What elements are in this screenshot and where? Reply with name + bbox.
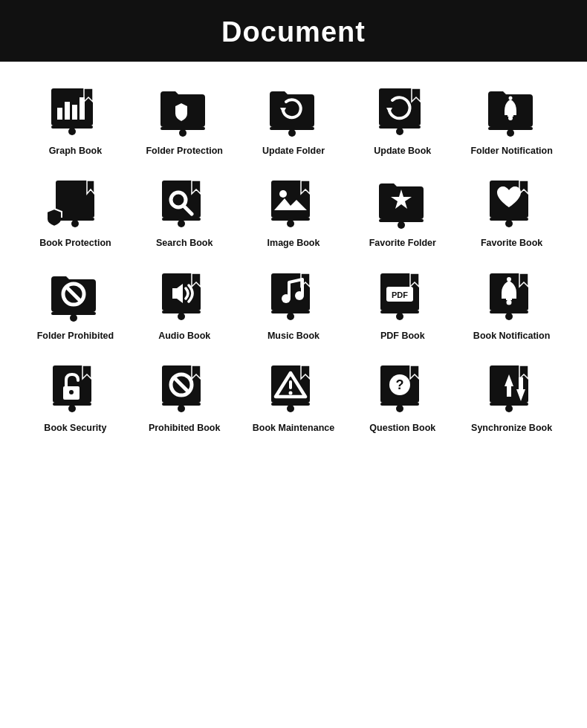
folder-notification-icon (482, 81, 542, 140)
svg-rect-104 (519, 377, 523, 391)
svg-point-45 (505, 220, 513, 227)
prohibited-book-icon (155, 358, 214, 417)
audio-book-label: Audio Book (158, 330, 210, 342)
favorite-book-label: Favorite Book (481, 237, 542, 249)
icon-cell-favorite-folder: Favorite Folder (349, 167, 455, 252)
book-maintenance-icon (264, 358, 323, 417)
book-security-label: Book Security (44, 422, 106, 434)
search-book-icon (155, 173, 214, 233)
svg-point-35 (279, 190, 287, 198)
folder-notification-label: Folder Notification (470, 145, 552, 157)
svg-point-79 (68, 405, 76, 412)
svg-text:?: ? (395, 377, 403, 392)
graph-book-icon (45, 81, 105, 140)
svg-point-20 (508, 97, 512, 100)
folder-protection-icon (155, 81, 214, 140)
svg-rect-3 (65, 102, 70, 120)
svg-point-19 (508, 116, 513, 120)
book-protection-icon (45, 173, 105, 233)
icon-cell-book-protection: Book Protection (22, 167, 129, 252)
update-book-icon (373, 81, 432, 140)
header: Document (0, 0, 587, 62)
svg-point-73 (505, 313, 513, 320)
icon-cell-synchronize-book: Synchronize Book (458, 352, 565, 437)
icon-grid: Graph Book Folder Protection Update Fold (0, 62, 587, 455)
favorite-folder-icon (373, 173, 432, 233)
icon-cell-folder-notification: Folder Notification (458, 75, 565, 160)
svg-rect-69 (506, 297, 512, 300)
icon-cell-book-security: Book Security (22, 352, 129, 437)
search-book-label: Search Book (156, 237, 213, 249)
music-book-icon (264, 266, 323, 325)
audio-book-icon (155, 266, 214, 325)
book-protection-label: Book Protection (39, 237, 111, 249)
svg-point-26 (71, 220, 79, 227)
svg-point-38 (287, 220, 294, 227)
svg-point-17 (396, 128, 403, 135)
svg-point-32 (178, 220, 185, 227)
icon-cell-graph-book: Graph Book (22, 75, 129, 160)
svg-point-22 (507, 129, 514, 137)
icon-cell-folder-protection: Folder Protection (132, 75, 238, 160)
svg-text:PDF: PDF (392, 290, 408, 299)
svg-point-98 (396, 405, 403, 412)
question-book-label: Question Book (369, 422, 435, 434)
update-book-label: Update Book (374, 145, 431, 157)
icon-cell-search-book: Search Book (132, 167, 238, 252)
icon-cell-favorite-book: Favorite Book (458, 167, 565, 252)
svg-point-85 (178, 405, 185, 412)
icon-cell-pdf-book: PDF PDF Book (349, 260, 455, 345)
icon-cell-book-maintenance: Book Maintenance (241, 352, 347, 437)
book-security-icon (45, 358, 105, 417)
svg-rect-2 (57, 108, 62, 120)
svg-rect-102 (507, 385, 511, 397)
svg-point-92 (287, 405, 294, 412)
music-book-label: Music Book (267, 330, 320, 342)
svg-point-66 (396, 313, 403, 320)
book-maintenance-label: Book Maintenance (253, 422, 334, 434)
icon-cell-book-notification: Book Notification (458, 260, 565, 345)
svg-point-7 (68, 128, 76, 135)
icon-cell-update-book: Update Book (349, 75, 455, 160)
icon-cell-folder-prohibited: Folder Prohibited (22, 260, 129, 345)
svg-point-90 (288, 391, 292, 394)
svg-rect-4 (72, 105, 77, 120)
icon-cell-image-book: Image Book (241, 167, 347, 252)
pdf-book-label: PDF Book (380, 330, 425, 342)
update-folder-icon (264, 81, 323, 140)
svg-rect-89 (289, 380, 292, 389)
svg-point-49 (70, 314, 77, 322)
svg-point-54 (178, 313, 185, 320)
favorite-folder-label: Favorite Folder (369, 237, 436, 249)
svg-rect-5 (80, 97, 85, 120)
svg-point-60 (287, 313, 294, 320)
icon-cell-update-folder: Update Folder (241, 75, 347, 160)
icon-cell-audio-book: Audio Book (132, 260, 238, 345)
prohibited-book-label: Prohibited Book (149, 422, 221, 434)
pdf-book-icon: PDF (373, 266, 432, 325)
synchronize-book-label: Synchronize Book (471, 422, 552, 434)
image-book-label: Image Book (267, 237, 320, 249)
question-book-icon: ? (373, 358, 432, 417)
svg-point-57 (282, 294, 291, 303)
header-title: Document (221, 16, 366, 48)
svg-point-77 (69, 390, 74, 394)
folder-prohibited-icon (45, 266, 105, 325)
book-notification-icon (482, 266, 542, 325)
svg-point-106 (505, 405, 513, 412)
icon-cell-prohibited-book: Prohibited Book (132, 352, 238, 437)
svg-point-41 (398, 221, 405, 229)
svg-point-12 (288, 129, 296, 137)
favorite-book-icon (482, 173, 542, 233)
svg-point-71 (507, 277, 511, 282)
svg-point-70 (506, 299, 511, 305)
svg-point-9 (179, 129, 187, 137)
update-folder-label: Update Folder (262, 145, 325, 157)
graph-book-label: Graph Book (49, 145, 103, 157)
book-notification-label: Book Notification (473, 330, 550, 342)
folder-protection-label: Folder Protection (146, 145, 222, 157)
folder-prohibited-label: Folder Prohibited (37, 330, 114, 342)
image-book-icon (264, 173, 323, 233)
icon-cell-music-book: Music Book (241, 260, 347, 345)
synchronize-book-icon (482, 358, 542, 417)
